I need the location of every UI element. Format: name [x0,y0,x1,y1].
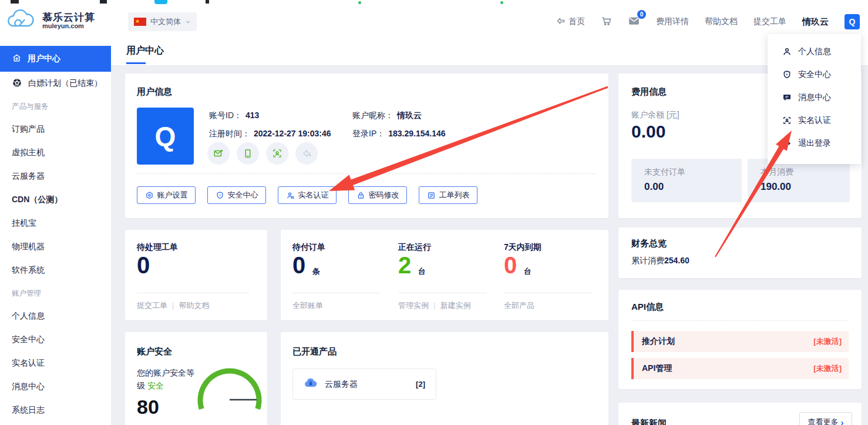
stat-unit: 台 [524,266,531,277]
link-manage-instances[interactable]: 管理实例 [398,301,429,310]
total-consumption: 累计消费254.60 [631,256,689,266]
sidebar-label: 用户中心 [28,53,60,64]
menu-item-logout[interactable]: 退出登录 [768,132,861,155]
face-scan-icon [782,116,792,125]
user-info-card: 用户信息 Q 账号ID：413 账户昵称：情玖云 注册时间：2022-12-27… [125,73,608,218]
person-icon [286,191,295,200]
divider [504,293,592,293]
security-score: 80 [137,396,159,419]
field-register-time: 注册时间：2022-12-27 19:03:46 [209,129,331,139]
divider [137,293,250,293]
verification-chips [207,142,318,165]
app-root: 慕乐云计算 muleyun.com ★ 中文简体 首页 [0,0,868,425]
view-more-button[interactable]: 查看更多 › [799,412,852,425]
chevron-right-icon: › [841,417,844,425]
browser-fragment [154,0,167,4]
card-title: 账户安全 [137,346,172,357]
sidebar-item-realname[interactable]: 实名认证 [0,352,111,375]
product-label: 云服务器 [325,379,358,390]
cart-icon [601,15,612,28]
sidebar-item-security-center[interactable]: 安全中心 [0,328,111,352]
menu-item-realname[interactable]: 实名认证 [768,109,861,132]
link-new-instance[interactable]: 新建实例 [440,301,470,310]
sidebar-item-hangup[interactable]: 挂机宝 [0,212,111,235]
link-help-docs[interactable]: 帮助文档 [179,301,209,310]
menu-item-security-center[interactable]: 安全中心 [768,63,861,86]
api-info-card: API信息 推介计划 [未激活] API管理 [未激活] [618,290,862,389]
card-title: 费用信息 [631,86,667,98]
box-label: 本月消费 [761,167,793,178]
nav-help[interactable]: 帮助文档 [705,16,738,27]
menu-item-profile[interactable]: 个人信息 [768,40,861,63]
sidebar-item-system-log[interactable]: 系统日志 [0,399,111,422]
sidebar-item-software[interactable]: 软件系统 [0,259,111,282]
active-tab-underline [126,62,146,64]
sidebar-section-products: 产品与服务 [0,95,111,118]
language-label: 中文简体 [150,16,181,27]
realname-verify-button[interactable]: 实名认证 [278,186,337,204]
message-bubble-icon [782,93,792,102]
language-selector[interactable]: ★ 中文简体 [128,12,197,31]
nav-home[interactable]: 首页 [556,16,585,28]
ticket-list-button[interactable]: 工单列表 [419,186,477,204]
username[interactable]: 情玖云 [802,16,829,28]
api-row-label: 推介计划 [642,336,675,347]
nav-billing[interactable]: 费用详情 [656,16,689,27]
sidebar-item-free-plan[interactable]: 白嫖计划（已结束） [0,72,111,95]
sidebar-item-cdn[interactable]: CDN（公测） [0,188,111,212]
sidebar-item-cloud-servers[interactable]: 云服务器 [0,165,111,188]
china-flag-icon: ★ [134,18,146,26]
nav-cart[interactable] [601,15,612,28]
product-count: [2] [416,380,425,389]
mail-badge: 0 [637,10,646,19]
brand-title: 慕乐云计算 [42,12,95,23]
change-password-button[interactable]: 密码修改 [348,186,407,204]
menu-item-message-center[interactable]: 消息中心 [768,86,861,109]
sidebar-item-virtual-hosts[interactable]: 虚拟主机 [0,141,111,165]
product-cloud-server[interactable]: 云服务器 [2] [292,369,436,400]
nav-help-label: 帮助文档 [705,16,738,27]
account-settings-button[interactable]: 账户设置 [137,186,196,204]
stats-card: 待付订单 0 条 全部账单 正在运行 2 台 管理实例|新建实例 7天内到期 0… [281,230,608,320]
stat-value: 0 [292,252,305,279]
sidebar-item-message-center[interactable]: 消息中心 [0,375,111,399]
page-title-bar: 用户中心 [111,39,868,66]
field-nickname: 账户昵称：情玖云 [352,111,422,121]
nav-submit-ticket[interactable]: 提交工单 [753,16,786,27]
card-title: API信息 [631,302,664,313]
user-avatar[interactable]: Q [845,14,860,29]
back-home-icon [556,16,566,28]
dashed-divider [137,173,596,174]
api-row-management[interactable]: API管理 [未激活] [631,358,849,379]
page-title: 用户中心 [126,45,164,57]
shield-icon [216,191,224,200]
person-icon [782,47,792,56]
sidebar-item-profile[interactable]: 个人信息 [0,304,111,328]
ticket-list-icon [427,191,436,200]
api-row-referral[interactable]: 推介计划 [未激活] [631,331,849,352]
separator: | [433,301,435,310]
phone-verified-chip [237,142,259,165]
sidebar-item-order-products[interactable]: 订购产品 [0,118,111,141]
dashed-divider [631,320,849,321]
chevron-down-icon [185,16,191,27]
top-header: 慕乐云计算 muleyun.com ★ 中文简体 首页 [0,5,868,39]
sidebar-item-user-center[interactable]: 用户中心 [0,46,111,72]
field-login-ip: 登录IP：183.29.154.146 [352,129,446,139]
api-row-status: [未激活] [813,363,842,374]
user-action-buttons: 账户设置 安全中心 实名认证 密码修改 工单列表 [137,186,477,204]
home-icon [12,53,22,65]
nav-messages[interactable]: 0 [628,15,640,29]
security-center-button[interactable]: 安全中心 [207,186,266,204]
stat-label: 待付订单 [292,242,325,253]
link-all-products[interactable]: 全部产品 [504,301,534,310]
browser-fragment [100,0,107,4]
security-level-text: 您的账户安全等级安全 [137,366,201,392]
link-all-bills[interactable]: 全部账单 [292,301,323,310]
divider [292,293,381,293]
sidebar-label: 白嫖计划（已结束） [28,78,102,89]
link-submit-ticket[interactable]: 提交工单 [137,301,167,310]
month-spend-box: 本月消费 190.00 [748,159,850,202]
brand-logo[interactable]: 慕乐云计算 muleyun.com [5,8,95,34]
sidebar-item-physical-machines[interactable]: 物理机器 [0,235,111,259]
